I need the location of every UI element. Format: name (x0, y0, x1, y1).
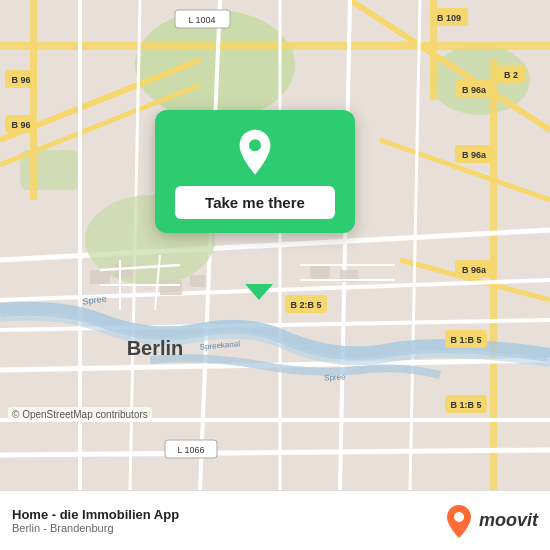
svg-text:B 2:B 5: B 2:B 5 (290, 300, 321, 310)
app-name: Home - die Immobilien App (12, 507, 179, 522)
app-info: Home - die Immobilien App Berlin - Brand… (12, 507, 179, 534)
svg-rect-5 (30, 0, 37, 200)
svg-text:L 1066: L 1066 (177, 445, 204, 455)
moovit-brand-text: moovit (479, 510, 538, 531)
svg-text:B 96: B 96 (11, 75, 30, 85)
svg-rect-4 (0, 42, 550, 50)
svg-text:B 109: B 109 (437, 13, 461, 23)
app-subtitle: Berlin - Brandenburg (12, 522, 179, 534)
location-popup: Take me there (155, 110, 355, 233)
svg-text:L 1004: L 1004 (188, 15, 215, 25)
svg-text:B 1:B 5: B 1:B 5 (450, 335, 481, 345)
svg-text:B 96: B 96 (11, 120, 30, 130)
svg-rect-56 (160, 280, 182, 295)
svg-text:B 2: B 2 (504, 70, 518, 80)
map-attribution: © OpenStreetMap contributors (8, 407, 152, 422)
svg-rect-55 (115, 265, 133, 277)
moovit-pin-icon (445, 504, 473, 538)
svg-point-66 (249, 139, 261, 151)
map-container: L 1004 B 96 B 96 B 109 B 96a B 96a B 96a… (0, 0, 550, 490)
svg-rect-54 (90, 270, 110, 284)
take-me-there-button[interactable]: Take me there (175, 186, 335, 219)
pin-icon (231, 128, 279, 176)
moovit-logo: moovit (445, 504, 538, 538)
svg-rect-58 (310, 265, 330, 279)
svg-rect-57 (190, 275, 206, 287)
svg-text:B 96a: B 96a (462, 265, 487, 275)
svg-text:B 96a: B 96a (462, 85, 487, 95)
popup-tail (245, 284, 273, 300)
bottom-bar: Home - die Immobilien App Berlin - Brand… (0, 490, 550, 550)
svg-point-67 (454, 512, 464, 522)
svg-text:B 1:B 5: B 1:B 5 (450, 400, 481, 410)
svg-text:B 96a: B 96a (462, 150, 487, 160)
svg-text:Spree: Spree (324, 372, 346, 382)
svg-text:Berlin: Berlin (127, 337, 184, 359)
